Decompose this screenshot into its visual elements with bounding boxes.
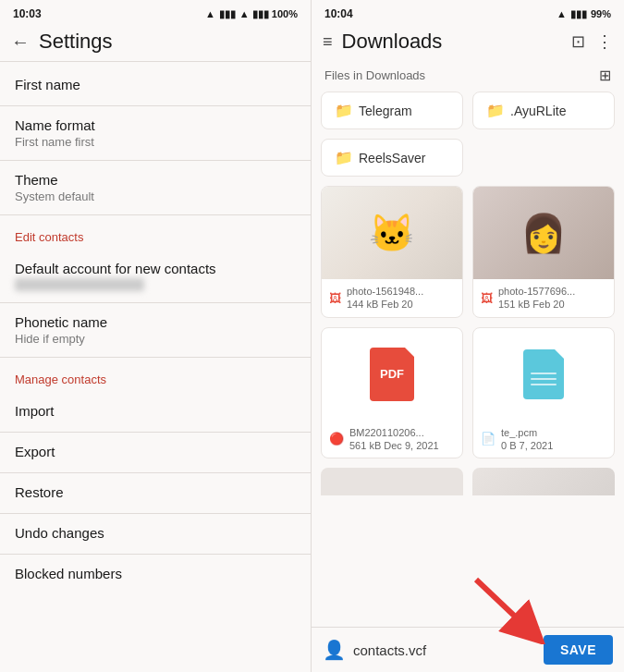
pdf-size: 561 kB Dec 9, 2021 [349,439,439,452]
undochanges-label: Undo changes [15,525,296,541]
settings-item-nameformat[interactable]: Name format First name first [0,106,311,160]
settings-item-restore[interactable]: Restore [0,473,311,513]
left-status-bar: 10:03 ▲ ▮▮▮ ▲ ▮▮▮ 100% [0,0,311,26]
folder-icon-ayurlite: 📁 [486,102,505,119]
phonetic-label: Phonetic name [15,314,296,330]
settings-item-undochanges[interactable]: Undo changes [0,514,311,554]
folder-telegram[interactable]: 📁 Telegram [321,92,463,129]
doc-line-2 [531,378,557,380]
theme-label: Theme [15,172,296,188]
bottom-bar: 👤 SAVE [312,627,624,672]
pdf-filename: BM220110206... [349,426,439,439]
image-icon-person: 🖼 [481,291,493,305]
folder-row-1: 📁 Telegram 📁 .AyuRLite [321,92,615,129]
file-meta-doc: te_.pcm 0 B 7, 2021 [501,426,553,453]
folder-reelssaver-label: ReelsSaver [359,151,425,165]
blocked-label: Blocked numbers [15,566,296,581]
settings-item-export[interactable]: Export [0,433,311,472]
settings-item-blocked[interactable]: Blocked numbers [0,555,311,594]
file-card-doc[interactable]: 📄 te_.pcm 0 B 7, 2021 [472,327,615,459]
settings-item-phonetic[interactable]: Phonetic name Hide if empty [0,303,311,357]
manage-contacts-section: Manage contacts [0,358,311,392]
image-info-cat: 🖼 photo-1561948... 144 kB Feb 20 [322,279,462,317]
doc-icon-large [523,349,564,399]
settings-title: Settings [39,30,113,54]
doc-line-3 [531,384,557,385]
left-signal-icon: ▮▮▮ [219,8,236,20]
right-time: 10:04 [324,7,353,20]
settings-item-import[interactable]: Import [0,392,311,432]
image-size-person: 151 kB Feb 20 [498,298,575,311]
right-status-icons: ▲ ▮▮▮ 99% [557,8,611,20]
more-options-icon[interactable]: ⋮ [596,31,613,52]
back-button[interactable]: ← [11,31,30,53]
phonetic-sub: Hide if empty [15,332,296,346]
left-wifi-icon: ▲ [205,8,215,19]
folder-telegram-label: Telegram [359,104,412,118]
theme-value: System default [15,189,296,203]
right-wifi-icon: ▲ [557,8,567,19]
pdf-icon-large: PDF [370,348,414,401]
grid-view-icon[interactable]: ⊞ [599,67,611,84]
doc-size: 0 B 7, 2021 [501,439,553,452]
image-filename-cat: photo-1561948... [347,285,423,298]
default-account-label: Default account for new contacts [15,261,296,276]
firstname-label: First name [15,77,296,92]
file-grid: PDF 🔴 BM220110206... 561 kB Dec 9, 2021 [321,327,615,459]
image-card-person[interactable]: 👩 🖼 photo-1577696... 151 kB Feb 20 [472,186,615,318]
image-card-cat[interactable]: 🐱 🖼 photo-1561948... 144 kB Feb 20 [321,186,463,318]
left-time: 10:03 [13,7,42,20]
file-card-pdf[interactable]: PDF 🔴 BM220110206... 561 kB Dec 9, 2021 [321,327,463,459]
files-in-downloads-label: Files in Downloads [324,68,425,82]
image-thumb-cat: 🐱 [322,187,462,279]
right-battery-label: 99% [591,8,611,19]
right-toolbar: ≡ Downloads ⊡ ⋮ [312,26,624,61]
files-header: Files in Downloads ⊞ [312,61,624,92]
right-status-bar: 10:04 ▲ ▮▮▮ 99% [312,0,624,26]
nameformat-label: Name format [15,117,296,133]
image-icon-cat: 🖼 [329,291,341,305]
account-value-blurred [15,278,144,291]
folder-row-2: 📁 ReelsSaver [321,139,615,177]
right-panel: 10:04 ▲ ▮▮▮ 99% ≡ Downloads ⊡ ⋮ Files in… [312,0,624,672]
folder-reelssaver[interactable]: 📁 ReelsSaver [321,139,463,177]
image-size-cat: 144 kB Feb 20 [347,298,423,311]
file-thumb-pdf: PDF [322,328,462,421]
contact-icon: 👤 [323,639,346,661]
right-toolbar-icons: ⊡ ⋮ [571,31,613,52]
settings-item-defaultaccount[interactable]: Default account for new contacts [0,250,311,302]
downloads-title: Downloads [342,30,443,54]
file-meta-pdf: BM220110206... 561 kB Dec 9, 2021 [349,426,439,453]
filename-input[interactable] [353,642,536,658]
doc-icon-small: 📄 [481,432,496,446]
export-label: Export [15,444,296,459]
folder-icon-reelssaver: 📁 [335,149,353,166]
settings-item-firstname[interactable]: First name [0,66,311,105]
settings-item-theme[interactable]: Theme System default [0,161,311,214]
doc-icon-lines [525,373,562,385]
import-label: Import [15,403,296,419]
partial-card-1 [321,468,463,495]
partial-row [321,468,615,495]
folder-ayurlite[interactable]: 📁 .AyuRLite [472,92,615,129]
image-grid: 🐱 🖼 photo-1561948... 144 kB Feb 20 👩 🖼 p… [321,186,615,318]
left-panel: 10:03 ▲ ▮▮▮ ▲ ▮▮▮ 100% ← Settings First … [0,0,312,672]
image-meta-person: photo-1577696... 151 kB Feb 20 [498,285,575,312]
folder-icon-telegram: 📁 [335,102,353,119]
files-content: 📁 Telegram 📁 .AyuRLite 📁 ReelsSaver 🐱 🖼 [312,92,624,627]
save-button[interactable]: SAVE [544,635,613,665]
folder-ayurlite-label: .AyuRLite [510,104,566,118]
restore-label: Restore [15,484,296,500]
folder-new-icon[interactable]: ⊡ [571,31,585,52]
edit-contacts-section: Edit contacts [0,215,311,250]
left-battery-label: ▲ ▮▮▮ 100% [239,8,298,20]
menu-icon[interactable]: ≡ [323,32,333,52]
partial-card-2 [472,468,615,495]
right-toolbar-left: ≡ Downloads [323,30,442,54]
pdf-icon-small: 🔴 [329,432,344,446]
image-meta-cat: photo-1561948... 144 kB Feb 20 [347,285,423,312]
file-info-doc: 📄 te_.pcm 0 B 7, 2021 [473,421,614,458]
file-thumb-doc [473,328,614,421]
doc-line-1 [531,373,557,374]
file-info-pdf: 🔴 BM220110206... 561 kB Dec 9, 2021 [322,421,462,458]
